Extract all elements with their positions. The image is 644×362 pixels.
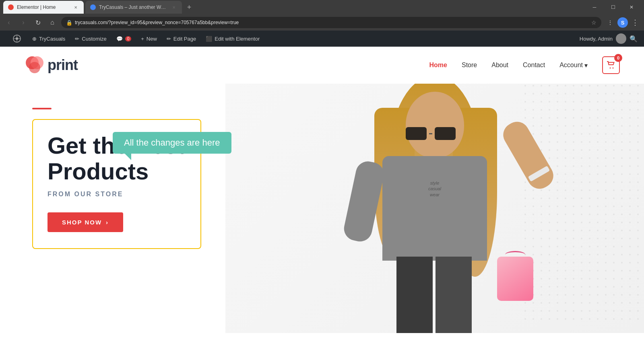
profile-avatar[interactable]: S [617,17,628,28]
wp-site-name[interactable]: ⊕ TryCasuals [27,31,70,47]
customize-label: Customize [82,36,106,42]
browser-window: Elementor | Home ✕ TryCasuals – Just ano… [0,0,644,362]
forward-button[interactable]: › [18,17,29,28]
nav-link-home[interactable]: Home [429,62,447,69]
model-sunglasses [406,127,456,140]
wp-admin-bar: ⊕ TryCasuals ✏ Customize 💬 0 + New ✏ Edi… [0,31,644,47]
wordpress-logo [11,33,23,44]
speech-bubble-text: All the changes are here [124,138,220,148]
wp-edit-page-button[interactable]: ✏ Edit Page [162,31,201,47]
edit-page-icon: ✏ [167,36,171,42]
elementor-icon: ⬛ [206,36,212,42]
hero-subtitle: FROM OUR STORE [47,191,186,198]
nav-link-store[interactable]: Store [462,62,477,69]
hero-section: stylecasualwear [0,84,644,333]
wp-search-icon[interactable]: 🔍 [630,35,638,43]
nav-account-link[interactable]: Account ▾ [559,62,588,69]
site-header: print Home Store About Contact Account ▾ [0,47,644,84]
cart-count-badge: 0 [614,54,622,62]
customize-icon: ✏ [75,36,79,42]
maximize-button[interactable]: ☐ [604,0,622,14]
svg-point-8 [613,68,614,69]
svg-point-7 [610,68,611,69]
model-arm-right [499,117,557,193]
logo-icon [24,55,45,76]
wp-new-button[interactable]: + New [136,31,162,47]
wp-comments-button[interactable]: 💬 0 [111,31,136,47]
speech-bubble: All the changes are here [113,132,231,154]
model-leg-left [396,257,433,333]
extensions-icon[interactable]: ⋮ [605,17,616,28]
cart-button[interactable]: 0 [602,56,620,74]
comments-icon: 💬 [116,36,123,42]
new-tab-button[interactable]: + [184,2,195,13]
elementor-label: Edit with Elementor [215,36,260,42]
account-chevron-icon: ▾ [584,62,588,69]
url-text: trycasuals.com/?preview_id=95&preview_no… [75,20,589,25]
hero-content: All the changes are here Get the Best Pr… [0,84,233,273]
comments-badge: 0 [125,36,132,41]
hero-background: stylecasualwear [225,84,644,333]
minimize-button[interactable]: ─ [585,0,604,14]
hero-accent-line [32,108,52,109]
model-figure: stylecasualwear [334,84,535,333]
admin-avatar [616,33,626,44]
wp-customize-button[interactable]: ✏ Customize [70,31,111,47]
edit-page-label: Edit Page [173,36,196,42]
window-controls: ─ ☐ ✕ [585,0,641,14]
address-bar[interactable]: 🔒 trycasuals.com/?preview_id=95&preview_… [61,17,601,28]
shop-now-label: SHOP NOW [62,219,102,226]
tab-trycasuals[interactable]: TryCasuals – Just another WordP... ✕ [85,1,182,14]
tab-close-1[interactable]: ✕ [72,4,79,10]
logo-text: print [47,57,78,74]
new-label: New [147,36,157,42]
tab-title-2: TryCasuals – Just another WordP... [99,4,167,10]
title-bar: Elementor | Home ✕ TryCasuals – Just ano… [0,0,644,14]
howdy-section[interactable]: Howdy, Admin [580,33,626,44]
tab-favicon-1 [8,4,14,10]
tab-favicon-2 [90,4,96,10]
model-leg-right [436,257,472,333]
home-button[interactable]: ⌂ [47,17,58,28]
nav-link-about[interactable]: About [491,62,508,69]
reload-button[interactable]: ↻ [32,17,43,28]
site-name-icon: ⊕ [32,36,37,42]
tab-title-1: Elementor | Home [17,4,69,10]
nav-link-contact[interactable]: Contact [523,62,545,69]
site-nav: Home Store About Contact Account ▾ 0 [429,56,620,74]
model-wristband [528,166,550,182]
model-head [406,92,464,158]
hero-title-line2: Products [47,158,149,184]
tshirt-text: stylecasualwear [382,156,487,222]
svg-point-6 [29,62,40,73]
address-bar-row: ‹ › ↻ ⌂ 🔒 trycasuals.com/?preview_id=95&… [0,14,644,31]
model-tshirt: stylecasualwear [382,156,487,261]
website-content: print Home Store About Contact Account ▾ [0,47,644,362]
address-icons: ☆ [591,19,597,26]
menu-icon[interactable]: ⋮ [630,17,641,28]
wp-edit-elementor-button[interactable]: ⬛ Edit with Elementor [201,31,264,47]
account-label: Account [559,62,583,69]
shop-now-arrow-icon: › [106,219,109,226]
tab-elementor[interactable]: Elementor | Home ✕ [3,1,84,14]
site-logo[interactable]: print [24,55,78,76]
close-button[interactable]: ✕ [622,0,641,14]
browser-action-icons: ⋮ S ⋮ [605,17,641,28]
shop-now-button[interactable]: SHOP NOW › [47,212,123,232]
site-name-label: TryCasuals [39,36,65,42]
howdy-label: Howdy, Admin [580,36,613,42]
wp-logo-button[interactable] [6,31,27,47]
back-button[interactable]: ‹ [3,17,14,28]
tab-close-2[interactable]: ✕ [171,4,177,10]
new-icon: + [141,36,144,42]
model-bag [497,257,533,301]
hero-model-area: stylecasualwear [225,84,644,333]
bookmark-icon[interactable]: ☆ [591,19,597,26]
